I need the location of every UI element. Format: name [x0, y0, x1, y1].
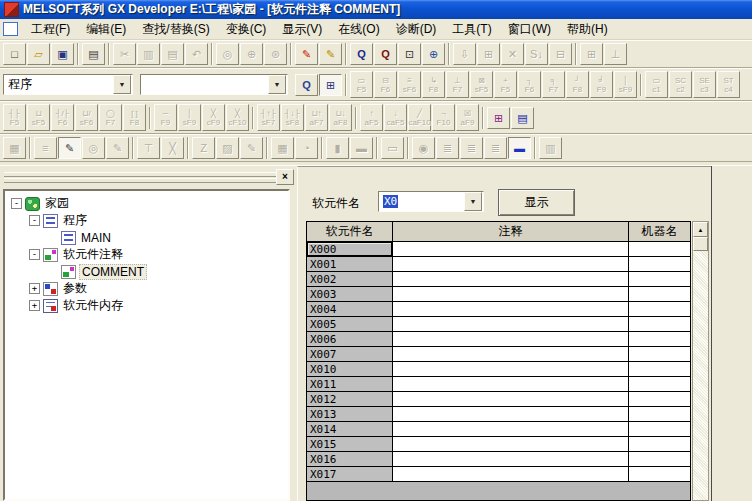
machine-name-cell[interactable] [629, 452, 690, 467]
sfc-block-step-button[interactable]: ⊟ F6 [374, 71, 397, 98]
device-name-cell[interactable]: X010 [307, 362, 393, 377]
tree-expander-icon[interactable]: - [29, 249, 40, 260]
vertical-scrollbar[interactable]: ▲ [692, 221, 709, 501]
menu-item[interactable]: 诊断(D) [389, 19, 444, 40]
sfc-dummy-step-button[interactable]: ≡ sF6 [398, 71, 421, 98]
data-list-window-button[interactable]: ▥ [539, 137, 562, 159]
sfc-st-button[interactable]: ST c4 [717, 71, 740, 98]
chevron-down-icon[interactable]: ▼ [113, 75, 131, 94]
scroll-up-icon[interactable]: ▲ [693, 222, 708, 237]
device-name-cell[interactable]: X007 [307, 347, 393, 362]
sfc-dummy-transition-button[interactable]: ⊠ sF5 [470, 71, 493, 98]
tree-item-project-root[interactable]: - 家园 [5, 195, 288, 212]
device-name-combobox[interactable]: X0 ▼ [378, 191, 484, 212]
machine-name-cell[interactable] [629, 407, 690, 422]
comment-cell[interactable] [393, 287, 629, 302]
machine-name-cell[interactable] [629, 392, 690, 407]
machine-name-cell[interactable] [629, 332, 690, 347]
forced-io-button[interactable]: ╳ [161, 137, 184, 159]
find-device-button[interactable]: ⊛ [264, 43, 287, 65]
horizontal-branch-button[interactable]: ¬ F10 [432, 104, 455, 131]
comment-cell[interactable] [393, 467, 629, 482]
device-registration-button[interactable]: ▦ [271, 137, 294, 159]
comment-cell[interactable] [393, 452, 629, 467]
data-name-combobox[interactable]: ▼ [140, 74, 288, 95]
tree-expander-icon[interactable]: + [29, 300, 40, 311]
comment-cell[interactable] [393, 257, 629, 272]
machine-name-cell[interactable] [629, 302, 690, 317]
device-name-cell[interactable]: X017 [307, 467, 393, 482]
device-name-cell[interactable]: X014 [307, 422, 393, 437]
project-data-list-button[interactable]: ⊞ [319, 74, 342, 96]
comment-cell[interactable] [393, 332, 629, 347]
macro-button[interactable]: ≣ [484, 137, 507, 159]
sfc-simultaneous-convergence-button[interactable]: ╛ F9 [590, 71, 613, 98]
delete-branch-button[interactable]: ☒ aF9 [456, 104, 479, 131]
monitor-mode-button[interactable]: ◎ [82, 137, 105, 159]
write-to-plc-button[interactable]: ⇩ [453, 43, 476, 65]
read-from-plc-button[interactable]: ⊞ [477, 43, 500, 65]
machine-name-cell[interactable] [629, 467, 690, 482]
sfc-selection-convergence-button[interactable]: ┘ F8 [566, 71, 589, 98]
comment-cell[interactable] [393, 272, 629, 287]
coil-button[interactable]: ◯ F7 [99, 104, 122, 131]
menu-item[interactable]: 工程(F) [24, 19, 77, 40]
sfc-transition-button[interactable]: + F5 [494, 71, 517, 98]
circuit-find-2-button[interactable]: Q [374, 43, 397, 65]
new-window-button[interactable]: ▭ [381, 137, 404, 159]
machine-name-cell[interactable] [629, 272, 690, 287]
machine-name-cell[interactable] [629, 362, 690, 377]
delete-vertical-line-button[interactable]: ╳ cF10 [226, 104, 249, 131]
device-comment-list-button[interactable]: ▤ [511, 107, 534, 129]
sfc-se-button[interactable]: SE c3 [693, 71, 716, 98]
device-name-cell[interactable]: X006 [307, 332, 393, 347]
machine-name-cell[interactable] [629, 422, 690, 437]
comment-cell[interactable] [393, 302, 629, 317]
monitor-write-mode-button[interactable]: ✎ [106, 137, 129, 159]
ladder-block-list-button[interactable]: ≣ [436, 137, 459, 159]
structured-data-button[interactable]: ⊥ [604, 43, 627, 65]
comment-cell[interactable] [393, 347, 629, 362]
entry-ladder-monitor-button[interactable]: ▨ [216, 137, 239, 159]
machine-name-cell[interactable] [629, 437, 690, 452]
comment-cell[interactable] [393, 392, 629, 407]
tree-item-device-memory[interactable]: + 软元件内存 [5, 297, 288, 314]
menu-item[interactable]: 变换(C) [219, 19, 274, 40]
copy-button[interactable]: ▥ [137, 43, 160, 65]
closed-contact-button[interactable]: ┤/├ F6 [51, 104, 74, 131]
machine-name-cell[interactable] [629, 347, 690, 362]
comment-cell[interactable] [393, 317, 629, 332]
parallel-closed-contact-button[interactable]: ⊔/ sF6 [75, 104, 98, 131]
menu-item[interactable]: 查找/替换(S) [135, 19, 216, 40]
comment-cell[interactable] [393, 407, 629, 422]
menu-item[interactable]: 工具(T) [445, 19, 498, 40]
parallel-open-contact-button[interactable]: ⊔ sF5 [27, 104, 50, 131]
device-name-cell[interactable]: X005 [307, 317, 393, 332]
comment-cell[interactable] [393, 437, 629, 452]
comment-cell[interactable] [393, 362, 629, 377]
statement-edit-button[interactable]: ✎ [319, 43, 342, 65]
chevron-down-icon[interactable]: ▼ [268, 75, 286, 94]
menu-item[interactable]: 编辑(E) [79, 19, 133, 40]
falling-pulse-open-button[interactable]: ↓ caF5 [384, 104, 407, 131]
expand-window-button[interactable]: ▦ [3, 137, 26, 159]
online-program-button[interactable]: ⊕ [422, 43, 445, 65]
read-mode-button[interactable]: ≡ [34, 137, 57, 159]
device-name-cell[interactable]: X011 [307, 377, 393, 392]
write-mode-button[interactable]: ✎ [58, 137, 81, 159]
close-icon[interactable]: × [276, 169, 294, 185]
monitor-window-button[interactable]: ⊡ [398, 43, 421, 65]
save-project-button[interactable]: ▣ [51, 43, 74, 65]
data-type-combobox[interactable]: 程序 ▼ [3, 74, 133, 95]
program-check-button[interactable]: ✕ [501, 43, 524, 65]
program-parts-button[interactable]: ⊞ [580, 43, 603, 65]
device-name-cell[interactable]: X004 [307, 302, 393, 317]
show-button[interactable]: 显示 [498, 189, 575, 216]
sfc-selection-divergence-button[interactable]: ┐ F6 [518, 71, 541, 98]
find-replace-button[interactable]: ⊕ [240, 43, 263, 65]
device-name-cell[interactable]: X003 [307, 287, 393, 302]
sfc-end-step-button[interactable]: ⊥ F7 [446, 71, 469, 98]
note-edit-button[interactable]: ✎ [240, 137, 263, 159]
cut-button[interactable]: ✂ [113, 43, 136, 65]
sfc-simultaneous-divergence-button[interactable]: ╕ F7 [542, 71, 565, 98]
